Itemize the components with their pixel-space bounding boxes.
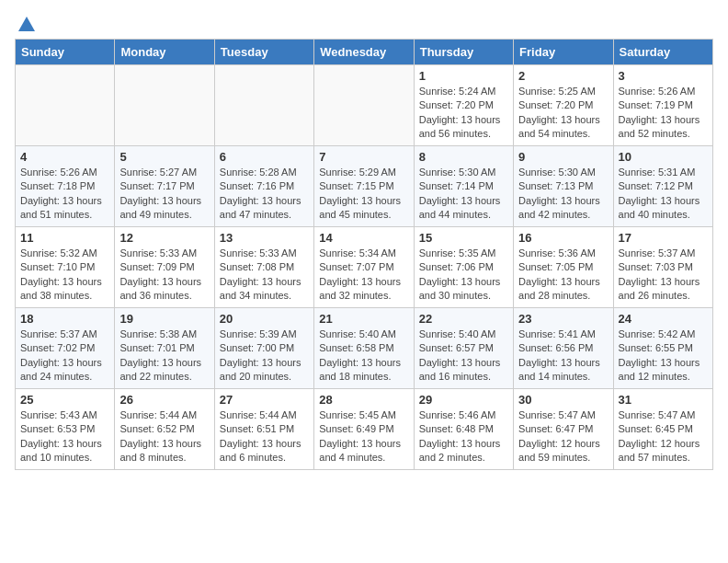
day-info: Sunrise: 5:42 AM Sunset: 6:55 PM Dayligh…	[619, 328, 700, 382]
day-info: Sunrise: 5:40 AM Sunset: 6:58 PM Dayligh…	[319, 328, 401, 382]
calendar-cell: 2 Sunrise: 5:25 AM Sunset: 7:20 PM Dayli…	[514, 65, 613, 146]
day-number: 10	[619, 150, 708, 164]
calendar-cell: 13 Sunrise: 5:33 AM Sunset: 7:08 PM Dayl…	[214, 227, 313, 308]
calendar-cell: 24 Sunrise: 5:42 AM Sunset: 6:55 PM Dayl…	[613, 308, 712, 389]
calendar-cell: 11 Sunrise: 5:32 AM Sunset: 7:10 PM Dayl…	[16, 227, 115, 308]
calendar-cell: 31 Sunrise: 5:47 AM Sunset: 6:45 PM Dayl…	[613, 389, 712, 470]
page-header	[15, 15, 713, 31]
calendar-cell: 12 Sunrise: 5:33 AM Sunset: 7:09 PM Dayl…	[115, 227, 214, 308]
weekday-header-monday: Monday	[115, 40, 214, 65]
day-info: Sunrise: 5:40 AM Sunset: 6:57 PM Dayligh…	[419, 328, 501, 382]
day-number: 7	[319, 150, 408, 164]
calendar-cell: 28 Sunrise: 5:45 AM Sunset: 6:49 PM Dayl…	[314, 389, 414, 470]
day-info: Sunrise: 5:37 AM Sunset: 7:02 PM Dayligh…	[20, 328, 102, 382]
day-number: 15	[419, 231, 508, 245]
calendar-week-2: 4 Sunrise: 5:26 AM Sunset: 7:18 PM Dayli…	[16, 146, 713, 227]
day-info: Sunrise: 5:33 AM Sunset: 7:08 PM Dayligh…	[220, 247, 301, 301]
calendar-week-4: 18 Sunrise: 5:37 AM Sunset: 7:02 PM Dayl…	[16, 308, 713, 389]
day-info: Sunrise: 5:43 AM Sunset: 6:53 PM Dayligh…	[20, 409, 102, 463]
calendar-week-1: 1 Sunrise: 5:24 AM Sunset: 7:20 PM Dayli…	[16, 65, 713, 146]
day-info: Sunrise: 5:47 AM Sunset: 6:45 PM Dayligh…	[619, 409, 700, 463]
calendar-cell: 26 Sunrise: 5:44 AM Sunset: 6:52 PM Dayl…	[115, 389, 214, 470]
day-number: 14	[319, 231, 408, 245]
calendar-cell: 1 Sunrise: 5:24 AM Sunset: 7:20 PM Dayli…	[414, 65, 513, 146]
day-number: 21	[319, 312, 408, 326]
day-info: Sunrise: 5:41 AM Sunset: 6:56 PM Dayligh…	[518, 328, 600, 382]
calendar-cell: 10 Sunrise: 5:31 AM Sunset: 7:12 PM Dayl…	[613, 146, 712, 227]
weekday-header-friday: Friday	[514, 40, 613, 65]
calendar-cell: 19 Sunrise: 5:38 AM Sunset: 7:01 PM Dayl…	[115, 308, 214, 389]
day-number: 13	[220, 231, 309, 245]
calendar-cell: 8 Sunrise: 5:30 AM Sunset: 7:14 PM Dayli…	[414, 146, 513, 227]
weekday-header-thursday: Thursday	[414, 40, 513, 65]
calendar-cell	[314, 65, 414, 146]
day-number: 11	[20, 231, 109, 245]
day-info: Sunrise: 5:45 AM Sunset: 6:49 PM Dayligh…	[319, 409, 401, 463]
day-info: Sunrise: 5:36 AM Sunset: 7:05 PM Dayligh…	[518, 247, 600, 301]
calendar-cell: 7 Sunrise: 5:29 AM Sunset: 7:15 PM Dayli…	[314, 146, 414, 227]
calendar-cell: 29 Sunrise: 5:46 AM Sunset: 6:48 PM Dayl…	[414, 389, 513, 470]
weekday-header-sunday: Sunday	[16, 40, 115, 65]
day-info: Sunrise: 5:44 AM Sunset: 6:51 PM Dayligh…	[220, 409, 301, 463]
calendar-cell: 4 Sunrise: 5:26 AM Sunset: 7:18 PM Dayli…	[16, 146, 115, 227]
calendar-week-3: 11 Sunrise: 5:32 AM Sunset: 7:10 PM Dayl…	[16, 227, 713, 308]
calendar-cell	[214, 65, 313, 146]
weekday-header-tuesday: Tuesday	[214, 40, 313, 65]
calendar-cell: 21 Sunrise: 5:40 AM Sunset: 6:58 PM Dayl…	[314, 308, 414, 389]
calendar-cell: 22 Sunrise: 5:40 AM Sunset: 6:57 PM Dayl…	[414, 308, 513, 389]
day-number: 4	[20, 150, 109, 164]
calendar-cell: 6 Sunrise: 5:28 AM Sunset: 7:16 PM Dayli…	[214, 146, 313, 227]
day-info: Sunrise: 5:30 AM Sunset: 7:13 PM Dayligh…	[518, 167, 600, 220]
weekday-header-wednesday: Wednesday	[314, 40, 414, 65]
day-number: 27	[220, 393, 309, 407]
day-number: 12	[119, 231, 209, 245]
day-info: Sunrise: 5:47 AM Sunset: 6:47 PM Dayligh…	[518, 409, 600, 463]
day-number: 2	[518, 69, 608, 83]
day-number: 24	[619, 312, 708, 326]
day-info: Sunrise: 5:34 AM Sunset: 7:07 PM Dayligh…	[319, 247, 401, 301]
day-info: Sunrise: 5:38 AM Sunset: 7:01 PM Dayligh…	[119, 328, 201, 382]
day-info: Sunrise: 5:26 AM Sunset: 7:19 PM Dayligh…	[619, 86, 700, 139]
day-number: 1	[419, 69, 508, 83]
calendar-cell: 5 Sunrise: 5:27 AM Sunset: 7:17 PM Dayli…	[115, 146, 214, 227]
calendar-cell: 27 Sunrise: 5:44 AM Sunset: 6:51 PM Dayl…	[214, 389, 313, 470]
logo	[15, 15, 37, 31]
calendar-cell	[115, 65, 214, 146]
calendar-cell: 23 Sunrise: 5:41 AM Sunset: 6:56 PM Dayl…	[514, 308, 613, 389]
day-number: 30	[518, 393, 608, 407]
day-number: 25	[20, 393, 109, 407]
day-number: 22	[419, 312, 508, 326]
calendar-cell: 15 Sunrise: 5:35 AM Sunset: 7:06 PM Dayl…	[414, 227, 513, 308]
day-number: 23	[518, 312, 608, 326]
day-info: Sunrise: 5:30 AM Sunset: 7:14 PM Dayligh…	[419, 167, 501, 220]
day-info: Sunrise: 5:24 AM Sunset: 7:20 PM Dayligh…	[419, 86, 501, 139]
day-info: Sunrise: 5:44 AM Sunset: 6:52 PM Dayligh…	[119, 409, 201, 463]
logo-icon	[17, 15, 37, 35]
calendar-cell: 16 Sunrise: 5:36 AM Sunset: 7:05 PM Dayl…	[514, 227, 613, 308]
calendar-cell: 20 Sunrise: 5:39 AM Sunset: 7:00 PM Dayl…	[214, 308, 313, 389]
day-info: Sunrise: 5:29 AM Sunset: 7:15 PM Dayligh…	[319, 167, 401, 220]
day-info: Sunrise: 5:33 AM Sunset: 7:09 PM Dayligh…	[119, 247, 201, 301]
calendar-week-5: 25 Sunrise: 5:43 AM Sunset: 6:53 PM Dayl…	[16, 389, 713, 470]
day-number: 8	[419, 150, 508, 164]
day-number: 20	[220, 312, 309, 326]
svg-marker-0	[18, 17, 35, 31]
day-number: 19	[119, 312, 209, 326]
day-info: Sunrise: 5:32 AM Sunset: 7:10 PM Dayligh…	[20, 247, 102, 301]
calendar-cell: 14 Sunrise: 5:34 AM Sunset: 7:07 PM Dayl…	[314, 227, 414, 308]
day-info: Sunrise: 5:37 AM Sunset: 7:03 PM Dayligh…	[619, 247, 700, 301]
day-info: Sunrise: 5:28 AM Sunset: 7:16 PM Dayligh…	[220, 167, 301, 220]
day-number: 28	[319, 393, 408, 407]
calendar-cell: 9 Sunrise: 5:30 AM Sunset: 7:13 PM Dayli…	[514, 146, 613, 227]
calendar-table: SundayMondayTuesdayWednesdayThursdayFrid…	[15, 39, 713, 470]
calendar-cell: 25 Sunrise: 5:43 AM Sunset: 6:53 PM Dayl…	[16, 389, 115, 470]
day-info: Sunrise: 5:31 AM Sunset: 7:12 PM Dayligh…	[619, 167, 700, 220]
day-info: Sunrise: 5:39 AM Sunset: 7:00 PM Dayligh…	[220, 328, 301, 382]
day-number: 18	[20, 312, 109, 326]
day-info: Sunrise: 5:27 AM Sunset: 7:17 PM Dayligh…	[119, 167, 201, 220]
day-info: Sunrise: 5:46 AM Sunset: 6:48 PM Dayligh…	[419, 409, 501, 463]
day-number: 17	[619, 231, 708, 245]
calendar-cell: 17 Sunrise: 5:37 AM Sunset: 7:03 PM Dayl…	[613, 227, 712, 308]
day-info: Sunrise: 5:35 AM Sunset: 7:06 PM Dayligh…	[419, 247, 501, 301]
day-number: 5	[119, 150, 209, 164]
